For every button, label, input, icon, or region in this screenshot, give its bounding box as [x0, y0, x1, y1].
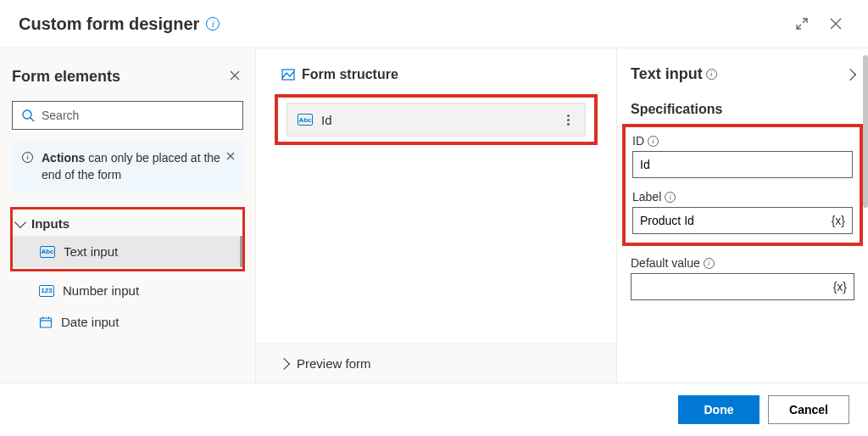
specifications-highlight: ID i Label i {x} — [622, 124, 863, 246]
preview-form-label: Preview form — [297, 356, 371, 371]
svg-point-0 — [23, 110, 31, 119]
id-field[interactable] — [632, 151, 853, 178]
cancel-button[interactable]: Cancel — [768, 395, 849, 424]
info-icon: i — [22, 152, 33, 163]
default-value-label: Default value i — [631, 256, 854, 270]
expression-icon[interactable]: {x} — [828, 280, 847, 293]
info-icon[interactable]: i — [206, 17, 220, 31]
structure-item-highlight: Abc Id — [275, 94, 598, 145]
search-input[interactable] — [12, 101, 243, 130]
text-input-icon: Abc — [298, 114, 313, 126]
label-field-label: Label i — [632, 190, 853, 204]
dialog-title: Custom form designer — [19, 14, 199, 34]
svg-rect-1 — [41, 318, 52, 327]
properties-panel: Text input i Specifications ID i Label i… — [617, 48, 868, 383]
id-input[interactable] — [640, 158, 845, 171]
form-elements-title: Form elements — [12, 68, 226, 86]
info-icon[interactable]: i — [706, 69, 717, 80]
inputs-group-highlight: Inputs Abc Text input — [10, 207, 245, 271]
scrollbar[interactable] — [863, 55, 868, 208]
default-value-field[interactable]: {x} — [631, 273, 854, 300]
inputs-group-label: Inputs — [31, 216, 70, 231]
expression-icon[interactable]: {x} — [826, 214, 845, 227]
banner-bold: Actions — [42, 151, 85, 165]
label-field[interactable]: {x} — [632, 207, 853, 234]
element-number-input[interactable]: 123 Number input — [12, 275, 243, 306]
element-label: Number input — [63, 283, 139, 298]
expand-icon[interactable] — [788, 10, 815, 37]
dialog-footer: Done Cancel — [0, 383, 868, 436]
number-input-icon: 123 — [39, 285, 54, 297]
info-icon[interactable]: i — [648, 136, 659, 147]
element-date-input[interactable]: Date input — [12, 306, 243, 338]
more-options-icon[interactable] — [561, 115, 575, 126]
form-elements-panel: Form elements i Actions can only be plac… — [0, 48, 256, 383]
default-value-input[interactable] — [638, 280, 828, 293]
element-text-input[interactable]: Abc Text input — [13, 236, 242, 267]
form-structure-title: Form structure — [302, 67, 398, 82]
preview-form-toggle[interactable]: Preview form — [256, 344, 616, 383]
date-input-icon — [39, 316, 53, 329]
inputs-group-header[interactable]: Inputs — [13, 211, 242, 236]
info-banner: i Actions can only be placed at the end … — [12, 142, 243, 192]
search-field[interactable] — [42, 109, 234, 122]
form-structure-panel: Form structure Abc Id Preview form — [256, 48, 617, 383]
panel-close-icon[interactable] — [226, 65, 243, 87]
form-structure-header: Form structure — [256, 48, 616, 94]
chevron-right-icon[interactable] — [844, 68, 856, 80]
text-input-icon: Abc — [40, 246, 55, 258]
search-icon — [21, 109, 35, 122]
element-label: Date input — [61, 315, 119, 329]
structure-icon — [281, 68, 295, 81]
structure-item-id[interactable]: Abc Id — [287, 103, 586, 137]
info-icon[interactable]: i — [665, 192, 676, 203]
element-label: Text input — [64, 244, 118, 259]
properties-title: Text input — [631, 65, 703, 83]
label-input[interactable] — [640, 214, 826, 227]
structure-item-label: Id — [321, 113, 553, 127]
dialog-header: Custom form designer i — [0, 0, 868, 48]
specifications-heading: Specifications — [631, 102, 854, 117]
info-icon[interactable]: i — [704, 258, 715, 269]
dialog-body: Form elements i Actions can only be plac… — [0, 48, 868, 383]
close-icon[interactable] — [822, 10, 849, 37]
done-button[interactable]: Done — [678, 395, 760, 424]
id-field-label: ID i — [632, 134, 853, 148]
chevron-right-icon — [278, 357, 290, 369]
chevron-down-icon — [14, 216, 26, 228]
banner-close-icon[interactable] — [223, 147, 238, 166]
banner-text: Actions can only be placed at the end of… — [42, 150, 233, 183]
